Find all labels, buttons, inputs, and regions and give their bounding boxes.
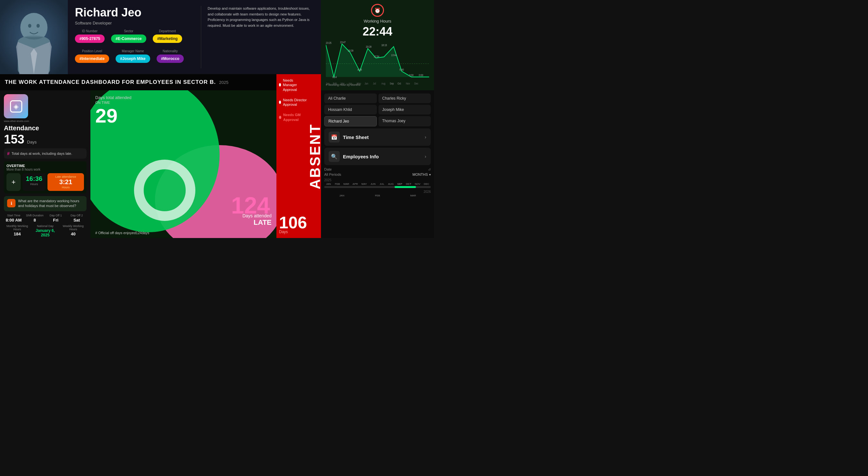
nationality-tag: #Morocco — [157, 55, 184, 63]
start-time-label: Start Time — [4, 214, 24, 217]
month-dec: DEC — [422, 182, 431, 185]
overtime-hours-display: 16:36 Hours — [23, 173, 45, 191]
svg-text:Aug: Aug — [381, 82, 385, 86]
svg-text:Oct: Oct — [398, 82, 401, 86]
employee-item-richard[interactable]: Richard Jeo — [324, 116, 377, 127]
clock-icon: ⏰ — [371, 4, 384, 17]
months-dropdown-icon: ▾ — [429, 173, 431, 176]
svg-text:Sep: Sep — [390, 82, 394, 86]
shift-dur-label: Shift Duration — [25, 214, 44, 217]
months-control[interactable]: MONTHS ▾ — [412, 173, 431, 176]
day-off2-label: Day Off 2 — [67, 214, 87, 217]
profile-info-panel: Richard Jeo Software Developer ID Number… — [68, 0, 321, 74]
date-label: Date — [324, 167, 332, 171]
svg-text:0:14: 0:14 — [332, 76, 337, 79]
timesheet-button[interactable]: 📅 Time Sheet › — [324, 128, 431, 146]
month-jan: JAN — [324, 182, 333, 185]
overtime-add-button[interactable]: + — [6, 173, 21, 191]
months-label: MONTHS — [412, 173, 428, 176]
working-hours-value: 22:44 — [363, 25, 392, 38]
month-jul: JUL — [377, 182, 386, 185]
manager-tag: #Joseph Mike — [116, 55, 150, 63]
manager-label: Manager Name — [122, 49, 144, 53]
company-logo: ◈ — [4, 94, 28, 118]
late-hours-label: Hours — [51, 186, 81, 189]
approval-text-3: Needs GM Approval — [283, 112, 307, 122]
attendance-title: Attendance — [4, 125, 87, 132]
svg-text:0:00: 0:00 — [419, 74, 423, 77]
info-text: What are the mandatory working hours and… — [18, 199, 83, 209]
attendance-note: # Total days at work, including days lat… — [4, 148, 87, 159]
employee-item-hossam[interactable]: Hossam Khlid — [324, 105, 377, 114]
month-oct: OCT — [404, 182, 413, 185]
days-ontime-label: ON TIME — [95, 101, 272, 104]
attendance-note-text: Total days at work, including days late. — [11, 151, 72, 156]
svg-text:4:38: 4:38 — [358, 68, 362, 71]
svg-text:Dec: Dec — [414, 82, 418, 86]
overtime-hours-label: Hours — [26, 182, 42, 186]
day-off1-value: Fri — [46, 218, 66, 223]
working-hours-title: Working Hours — [364, 19, 392, 24]
dept-label: Department — [159, 29, 176, 33]
days-header: Days total attended — [95, 95, 272, 100]
month-may: MAY — [360, 182, 368, 185]
employee-description: Develop and maintain software applicatio… — [208, 6, 310, 27]
calendar-timeline — [324, 186, 431, 188]
timesheet-arrow-icon: › — [425, 134, 426, 140]
months-2025-row: JAN FEB MAR APR MAY JUN JUL AUG SEP OCT … — [324, 182, 431, 185]
info-icon: ℹ — [7, 199, 16, 207]
days-panel: Days total attended ON TIME 29 124 Days … — [90, 90, 276, 238]
info-section: ℹ What are the mandatory working hours a… — [4, 196, 87, 211]
dept-tag: #Marketing — [153, 35, 182, 43]
shift-table: Start Time 8:00 AM Shift Duration 8 Day … — [4, 214, 87, 223]
overtime-label: OVERTIME — [6, 164, 84, 168]
year-2025: 2025 — [324, 178, 331, 182]
official-days-text: # Official off days enjoyed124days — [95, 231, 149, 235]
svg-text:19:39: 19:39 — [348, 49, 353, 52]
start-time-value: 8:00 AM — [4, 218, 24, 223]
employee-item-charles[interactable]: Charles Ricky — [378, 94, 431, 103]
sector-label: Sector — [124, 29, 133, 33]
day-off2-value: Sat — [67, 218, 87, 223]
all-periods-label: All Periods — [324, 173, 341, 176]
calendar-icon: 📅 — [329, 132, 340, 142]
svg-text:12:54: 12:54 — [374, 55, 379, 58]
svg-text:Jun: Jun — [365, 82, 368, 86]
svg-text:13:44: 13:44 — [391, 54, 397, 57]
svg-text:5:40: 5:40 — [399, 68, 404, 71]
attendance-unit: Days — [27, 140, 37, 144]
weekly-wh-value: 40 — [60, 232, 87, 236]
employee-list: Ali Charlie Charles Ricky Hossam Khlid J… — [324, 94, 431, 127]
employees-info-button[interactable]: 🔍 Employees Info › — [324, 148, 431, 165]
working-hours-panel: ⏰ Working Hours 22:44 23:25 0:14 23:47 1… — [321, 0, 434, 90]
svg-text:23:47: 23:47 — [340, 41, 346, 44]
svg-text:0:00: 0:00 — [409, 74, 414, 77]
sector-tag: #E-Commerce — [111, 35, 146, 43]
dashboard-year: 2025 — [219, 80, 228, 85]
month-mar: MAR — [342, 182, 351, 185]
employee-item-ali[interactable]: Ali Charlie — [324, 94, 377, 103]
approval-text-2: Needs Director Approval — [283, 98, 307, 107]
late-hours-value: 3:21 — [51, 178, 81, 186]
right-panel: Ali Charlie Charles Ricky Hossam Khlid J… — [321, 90, 434, 238]
month-jun: JUN — [369, 182, 377, 185]
employee-title: Software Developer — [75, 21, 194, 26]
svg-text:Jul: Jul — [373, 82, 376, 86]
svg-marker-7 — [326, 44, 429, 77]
profile-photo-area — [0, 0, 68, 74]
position-tag: #Intermediate — [75, 55, 109, 63]
employees-info-arrow-icon: › — [425, 154, 426, 159]
calendar-active-range — [395, 186, 416, 188]
dashboard-container: Richard Jeo Software Developer ID Number… — [0, 0, 434, 238]
national-day-label: National Day — [32, 225, 59, 228]
employee-item-thomas[interactable]: Thomas Joey — [378, 116, 431, 127]
year-2026-label-row: 2026 — [324, 190, 431, 194]
month26-mar: MAR — [396, 194, 431, 197]
month26-feb: FEB — [360, 194, 395, 197]
employee-item-joseph[interactable]: Joseph Mike — [378, 105, 431, 114]
monthly-table: Monthly Working Hours 184 National Day J… — [4, 225, 87, 237]
id-label: ID Number — [82, 29, 97, 33]
title-bar: THE WORK ATTENDANCE DASHBOARD FOR EMPLOY… — [0, 74, 321, 90]
approval-dot-3 — [279, 116, 281, 119]
monthly-wh-value: 184 — [4, 232, 31, 236]
